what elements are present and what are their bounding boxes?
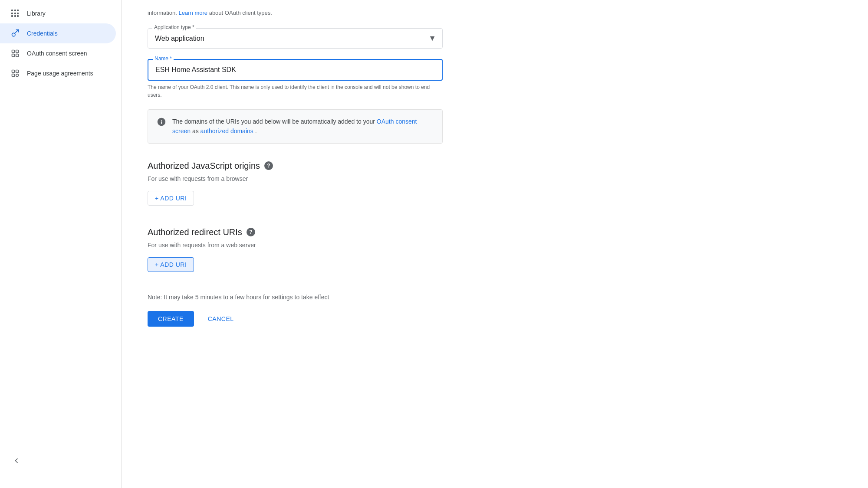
js-origins-section: Authorized JavaScript origins ? For use … — [148, 161, 842, 206]
svg-rect-1 — [12, 50, 15, 53]
info-banner-suffix: . — [255, 128, 257, 134]
redirect-uris-description: For use with requests from a web server — [148, 242, 842, 249]
info-banner-text-pre: The domains of the URIs you add below wi… — [172, 118, 375, 125]
authorized-domains-link[interactable]: authorized domains — [201, 128, 253, 134]
main-content: information. Learn more about OAuth clie… — [122, 0, 868, 488]
svg-rect-5 — [12, 70, 15, 73]
application-type-group: Application type * Web application Andro… — [148, 28, 443, 49]
sidebar-collapse-button[interactable] — [9, 453, 24, 471]
sidebar: Library Credentials OAuth consent screen — [0, 0, 122, 488]
cancel-label: CANCEL — [208, 315, 234, 322]
page-usage-icon — [10, 69, 20, 78]
action-buttons: CREATE CANCEL — [148, 311, 842, 327]
intro-text: information. — [148, 10, 177, 16]
redirect-uris-help-icon[interactable]: ? — [247, 228, 255, 236]
oauth-icon — [10, 49, 20, 58]
redirect-uris-section: Authorized redirect URIs ? For use with … — [148, 227, 842, 272]
name-helper-text: The name of your OAuth 2.0 client. This … — [148, 83, 443, 99]
svg-rect-7 — [12, 74, 15, 77]
sidebar-item-credentials[interactable]: Credentials — [0, 23, 116, 43]
cancel-button[interactable]: CANCEL — [201, 311, 241, 327]
intro-note: information. Learn more about OAuth clie… — [148, 9, 842, 18]
js-origins-help-icon[interactable]: ? — [264, 161, 273, 170]
js-origins-description: For use with requests from a browser — [148, 175, 842, 182]
sidebar-item-oauth-consent[interactable]: OAuth consent screen — [0, 43, 116, 63]
info-banner: The domains of the URIs you add below wi… — [148, 109, 443, 144]
svg-rect-6 — [16, 70, 19, 73]
sidebar-item-library[interactable]: Library — [0, 3, 121, 23]
js-origins-add-uri-button[interactable]: + ADD URI — [148, 191, 194, 206]
grid-icon — [10, 9, 20, 18]
sidebar-item-oauth-consent-label: OAuth consent screen — [27, 50, 87, 57]
sidebar-item-credentials-label: Credentials — [27, 30, 58, 37]
application-type-select[interactable]: Web application Android iOS Desktop app — [148, 29, 442, 48]
sidebar-item-page-usage-label: Page usage agreements — [27, 70, 93, 77]
application-type-select-wrap: Application type * Web application Andro… — [148, 28, 443, 49]
redirect-uris-add-uri-label: + ADD URI — [155, 261, 187, 268]
sidebar-item-page-usage[interactable]: Page usage agreements — [0, 63, 116, 83]
create-button[interactable]: CREATE — [148, 311, 194, 327]
redirect-uris-header: Authorized redirect URIs ? — [148, 227, 842, 237]
redirect-uris-add-uri-button[interactable]: + ADD URI — [148, 257, 194, 272]
js-origins-add-uri-label: + ADD URI — [155, 195, 187, 202]
application-type-label: Application type * — [152, 24, 196, 30]
svg-point-8 — [16, 74, 19, 77]
key-icon — [10, 29, 20, 38]
redirect-uris-title: Authorized redirect URIs — [148, 227, 242, 237]
name-field-label: Name * — [153, 56, 174, 62]
info-banner-as: as — [192, 128, 199, 134]
svg-rect-3 — [12, 54, 15, 57]
info-icon — [157, 117, 166, 129]
learn-more-link[interactable]: Learn more — [179, 10, 207, 16]
svg-rect-4 — [16, 54, 19, 57]
create-label: CREATE — [158, 315, 184, 322]
sidebar-library-label: Library — [27, 10, 46, 17]
info-banner-content: The domains of the URIs you add below wi… — [172, 117, 434, 136]
js-origins-header: Authorized JavaScript origins ? — [148, 161, 842, 171]
name-field-group: Name * The name of your OAuth 2.0 client… — [148, 59, 443, 99]
name-input-wrap: Name * — [148, 59, 443, 81]
svg-rect-2 — [16, 50, 19, 53]
js-origins-title: Authorized JavaScript origins — [148, 161, 260, 171]
name-input[interactable] — [148, 60, 442, 80]
settings-note: Note: It may take 5 minutes to a few hou… — [148, 294, 842, 301]
oauth-types-text: about OAuth client types. — [209, 10, 272, 16]
